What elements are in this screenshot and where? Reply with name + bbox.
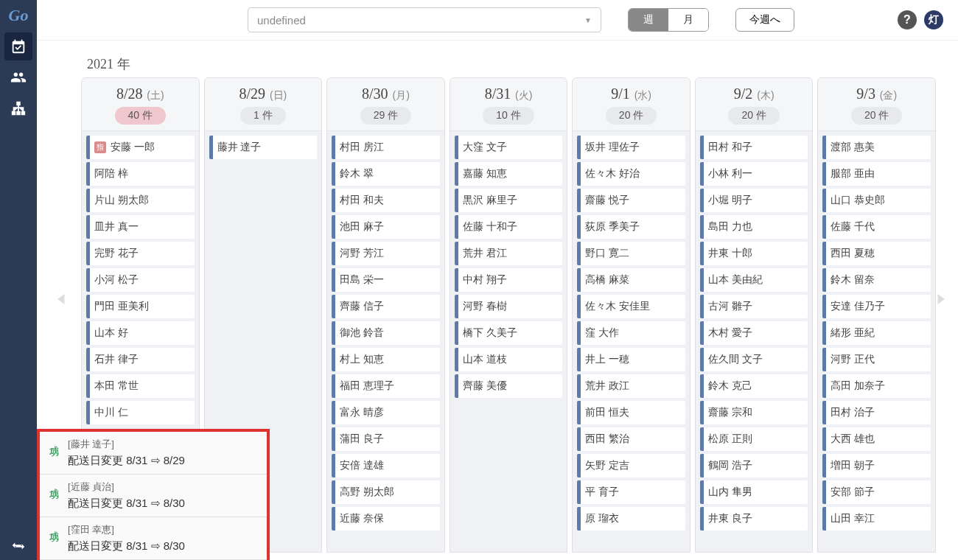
nav-hierarchy[interactable] <box>4 94 32 122</box>
list-item[interactable]: 原 瑠衣 <box>577 507 685 531</box>
list-item[interactable]: 佐久間 文子 <box>700 348 808 371</box>
list-item[interactable]: 佐々木 好治 <box>577 162 685 186</box>
list-item[interactable]: 坂井 理佐子 <box>577 136 685 159</box>
list-item[interactable]: 小林 利一 <box>700 162 808 186</box>
toggle-week[interactable]: 週 <box>629 9 668 31</box>
list-item[interactable]: 木村 愛子 <box>700 321 808 345</box>
toggle-month[interactable]: 月 <box>668 9 708 31</box>
list-item[interactable]: 阿陪 梓 <box>86 162 195 186</box>
list-item[interactable]: 服部 亜由 <box>822 162 931 186</box>
entry-bar <box>577 162 581 186</box>
list-item[interactable]: 西田 夏穂 <box>822 242 931 265</box>
list-item[interactable]: 古河 雛子 <box>700 295 808 318</box>
list-item[interactable]: 近藤 奈保 <box>332 507 440 531</box>
list-item[interactable]: 矢野 定吉 <box>577 454 685 477</box>
list-item[interactable]: 窪 大作 <box>577 321 685 345</box>
list-item[interactable]: 藤井 達子 <box>209 136 318 159</box>
list-item[interactable]: 佐藤 十和子 <box>455 215 563 239</box>
list-item[interactable]: 井東 十郎 <box>700 242 808 265</box>
list-item[interactable]: 石井 律子 <box>86 348 195 371</box>
list-item[interactable]: 田村 治子 <box>822 401 931 424</box>
help-icon[interactable]: ? <box>898 10 917 29</box>
list-item[interactable]: 前田 恒夫 <box>577 401 685 424</box>
list-item[interactable]: 橋下 久美子 <box>455 321 563 345</box>
list-item[interactable]: 門田 亜美利 <box>86 295 195 318</box>
toast[interactable]: 成功[近藤 貞治]配送日変更 8/31 ⇨ 8/30 <box>40 475 267 517</box>
nav-calendar[interactable] <box>4 32 32 60</box>
list-item[interactable]: 齊藤 美優 <box>455 374 563 398</box>
list-item[interactable]: 福田 恵理子 <box>332 374 440 398</box>
list-item[interactable]: 河野 芳江 <box>332 242 440 265</box>
list-item[interactable]: 指安藤 一郎 <box>86 136 195 159</box>
next-week[interactable] <box>923 277 958 324</box>
list-item[interactable]: 小河 松子 <box>86 268 195 292</box>
list-item[interactable]: 緒形 亜紀 <box>822 321 931 345</box>
prev-week[interactable] <box>44 277 80 324</box>
list-item[interactable]: 島田 力也 <box>700 215 808 239</box>
list-item[interactable]: 村田 房江 <box>332 136 440 159</box>
entry-name: 増田 朝子 <box>831 459 875 472</box>
list-item[interactable]: 鈴木 克己 <box>700 374 808 398</box>
list-item[interactable]: 山田 幸江 <box>822 507 931 531</box>
filter-dropdown[interactable]: undefined ▼ <box>248 7 601 32</box>
list-item[interactable]: 嘉藤 知恵 <box>455 162 563 186</box>
list-item[interactable]: 富永 晴彦 <box>332 401 440 424</box>
nav-swap[interactable] <box>4 532 32 560</box>
list-item[interactable]: 山口 恭史郎 <box>822 189 931 212</box>
list-item[interactable]: 荒井 君江 <box>455 242 563 265</box>
list-item[interactable]: 松原 正則 <box>700 427 808 451</box>
day-date: 8/31 <box>485 85 511 102</box>
list-item[interactable]: 荻原 季美子 <box>577 215 685 239</box>
list-item[interactable]: 皿井 真一 <box>86 215 195 239</box>
list-item[interactable]: 田村 和子 <box>700 136 808 159</box>
list-item[interactable]: 鈴木 留奈 <box>822 268 931 292</box>
list-item[interactable]: 荒井 政江 <box>577 374 685 398</box>
list-item[interactable]: 田島 栄一 <box>332 268 440 292</box>
list-item[interactable]: 野口 寛二 <box>577 242 685 265</box>
list-item[interactable]: 渡部 惠美 <box>822 136 931 159</box>
list-item[interactable]: 山本 道枝 <box>455 348 563 371</box>
list-item[interactable]: 高野 朔太郎 <box>332 480 440 504</box>
list-item[interactable]: 河野 正代 <box>822 348 931 371</box>
list-item[interactable]: 中村 翔子 <box>455 268 563 292</box>
toast[interactable]: 成功[窪田 幸恵]配送日変更 8/31 ⇨ 8/30 <box>40 517 267 560</box>
list-item[interactable]: 池田 麻子 <box>332 215 440 239</box>
entry-bar <box>577 427 581 451</box>
list-item[interactable]: 佐藤 千代 <box>822 215 931 239</box>
list-item[interactable]: 小堀 明子 <box>700 189 808 212</box>
list-item[interactable]: 蒲田 良子 <box>332 427 440 451</box>
list-item[interactable]: 増田 朝子 <box>822 454 931 477</box>
list-item[interactable]: 鶴岡 浩子 <box>700 454 808 477</box>
list-item[interactable]: 西田 繁治 <box>577 427 685 451</box>
list-item[interactable]: 齋藤 宗和 <box>700 401 808 424</box>
list-item[interactable]: 本田 常世 <box>86 374 195 398</box>
list-item[interactable]: 山本 好 <box>86 321 195 345</box>
list-item[interactable]: 大窪 文子 <box>455 136 563 159</box>
list-item[interactable]: 完野 花子 <box>86 242 195 265</box>
list-item[interactable]: 高橋 麻菜 <box>577 268 685 292</box>
list-item[interactable]: 安倍 達雄 <box>332 454 440 477</box>
list-item[interactable]: 大西 雄也 <box>822 427 931 451</box>
list-item[interactable]: 鈴木 翠 <box>332 162 440 186</box>
list-item[interactable]: 井東 良子 <box>700 507 808 531</box>
list-item[interactable]: 河野 春樹 <box>455 295 563 318</box>
list-item[interactable]: 村上 知恵 <box>332 348 440 371</box>
list-item[interactable]: 齊藤 信子 <box>332 295 440 318</box>
list-item[interactable]: 中川 仁 <box>86 401 195 424</box>
list-item[interactable]: 佐々木 安佳里 <box>577 295 685 318</box>
toast[interactable]: 成功[藤井 達子]配送日変更 8/31 ⇨ 8/29 <box>40 432 267 475</box>
nav-users[interactable] <box>4 63 32 91</box>
list-item[interactable]: 山本 美由紀 <box>700 268 808 292</box>
today-button[interactable]: 今週へ <box>735 8 794 32</box>
list-item[interactable]: 高田 加奈子 <box>822 374 931 398</box>
list-item[interactable]: 御池 鈴音 <box>332 321 440 345</box>
list-item[interactable]: 平 育子 <box>577 480 685 504</box>
list-item[interactable]: 齋藤 悦子 <box>577 189 685 212</box>
list-item[interactable]: 安部 節子 <box>822 480 931 504</box>
list-item[interactable]: 井上 一穂 <box>577 348 685 371</box>
list-item[interactable]: 山内 隼男 <box>700 480 808 504</box>
list-item[interactable]: 村田 和夫 <box>332 189 440 212</box>
list-item[interactable]: 黒沢 麻里子 <box>455 189 563 212</box>
list-item[interactable]: 安達 佳乃子 <box>822 295 931 318</box>
list-item[interactable]: 片山 朔太郎 <box>86 189 195 212</box>
